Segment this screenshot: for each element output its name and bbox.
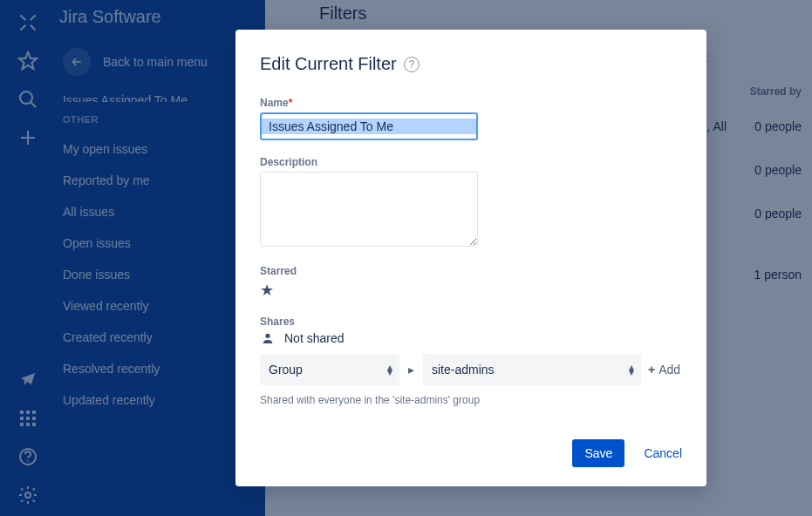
name-label: Name* xyxy=(260,97,682,109)
share-target-select[interactable]: site-admins ▴▾ xyxy=(423,354,641,385)
save-button[interactable]: Save xyxy=(572,439,624,467)
modal-title: Edit Current Filter ? xyxy=(260,54,682,74)
not-shared-text: Not shared xyxy=(284,331,344,345)
description-label: Description xyxy=(260,156,682,168)
modal-title-text: Edit Current Filter xyxy=(260,54,397,74)
star-filled-icon[interactable]: ★ xyxy=(260,282,274,299)
person-icon xyxy=(260,331,276,345)
chevron-right-icon: ▸ xyxy=(406,363,416,377)
svg-point-21 xyxy=(265,334,270,338)
shares-label: Shares xyxy=(260,316,682,328)
share-type-select[interactable]: Group ▴▾ xyxy=(260,354,399,385)
filter-name-input[interactable] xyxy=(260,112,478,140)
cancel-button[interactable]: Cancel xyxy=(644,446,682,460)
share-status-row: Not shared xyxy=(260,331,682,345)
edit-filter-modal: Edit Current Filter ? Name* Description … xyxy=(235,30,706,486)
updown-caret-icon: ▴▾ xyxy=(629,364,634,375)
updown-caret-icon: ▴▾ xyxy=(387,364,392,375)
share-hint: Shared with everyone in the 'site-admins… xyxy=(260,394,682,406)
plus-icon: + xyxy=(648,363,655,377)
help-icon[interactable]: ? xyxy=(404,57,420,72)
filter-description-input[interactable] xyxy=(260,172,478,247)
starred-label: Starred xyxy=(260,265,682,277)
add-share-button[interactable]: + Add xyxy=(648,363,680,377)
